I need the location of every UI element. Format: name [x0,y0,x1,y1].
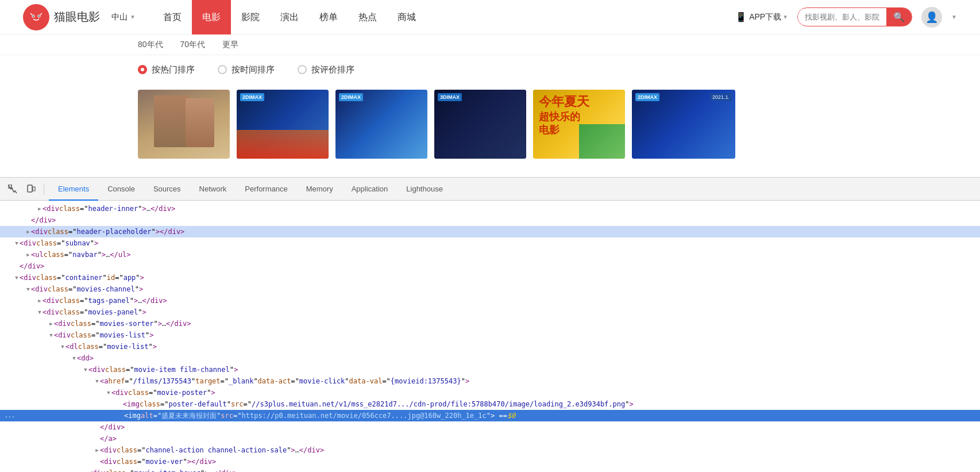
dom-line-1[interactable]: ▶ <div class="header-inner" >…</div> [0,203,980,214]
badge-3dimax: 3DIMAX [438,93,462,101]
tab-sources[interactable]: Sources [144,178,190,201]
dom-line-11[interactable]: ▶ <div class="movies-sorter" >…</div> [0,318,980,329]
dom-line-18[interactable]: <img class="poster-default" src="//s3plu… [0,398,980,410]
movie-card-6[interactable]: 2DIMAX 2021.1. [632,90,735,159]
dom-line-8[interactable]: ▼ <div class="movies-channel" > [0,283,980,295]
sort-by-rating[interactable]: 按评价排序 [298,64,354,75]
badge-2dimax-6: 2DIMAX [635,93,659,101]
dollar-zero: $0 [507,410,515,421]
dom-line-7[interactable]: ▼ <div class="container" id="app" > [0,272,980,283]
devtools-tabs: Elements Console Sources Network Perform… [49,178,452,201]
tab-console[interactable]: Console [98,178,144,201]
nav-ranking[interactable]: 榜单 [309,0,348,34]
user-dropdown-arrow[interactable]: ▼ [951,14,957,20]
sort-by-time[interactable]: 按时间排序 [218,64,275,75]
svg-point-3 [33,15,34,16]
nav-cinema[interactable]: 影院 [231,0,270,34]
devtools-toolbar: Elements Console Sources Network Perform… [0,178,980,201]
dom-line-22[interactable]: ▶ <div class="channel-action channel-act… [0,444,980,456]
logo-icon [23,4,49,30]
top-navbar: 猫眼电影 中山 ▼ 首页 电影 影院 演出 榜单 热点 商城 📱 APP下载 ▼… [0,0,980,34]
nav-home[interactable]: 首页 [153,0,192,34]
svg-point-0 [28,9,44,25]
content-area: 80年代 70年代 更早 按热门排序 按时间排序 按评价排序 [0,34,980,177]
toggle-1[interactable]: ▶ [37,203,43,214]
city-selector[interactable]: 中山 ▼ [111,12,136,22]
svg-rect-7 [33,187,35,191]
search-input[interactable] [798,9,886,25]
dom-line-23[interactable]: <div class="movie-ver" ></div> [0,456,980,467]
dom-line-17[interactable]: ▼ <div class="movie-poster" > [0,387,980,398]
tab-elements[interactable]: Elements [49,178,98,201]
date-badge-6: 2021.1. [710,93,732,101]
main-navigation: 首页 电影 影院 演出 榜单 热点 商城 [153,0,426,34]
logo-area[interactable]: 猫眼电影 [23,4,100,30]
dom-line-12[interactable]: ▼ <div class="movies-list" > [0,329,980,341]
search-box: 🔍 [797,7,912,26]
gutter-1 [5,203,14,214]
app-download[interactable]: 📱 APP下载 ▼ [735,11,788,22]
tab-network[interactable]: Network [190,178,236,201]
dom-line-10[interactable]: ▼ <div class="movies-panel" > [0,306,980,318]
dom-line-15[interactable]: ▼ <div class="movie-item film-channel" > [0,364,980,375]
dom-elements-panel[interactable]: ▶ <div class="header-inner" >…</div> </d… [0,201,980,472]
dom-line-20[interactable]: </div> [0,421,980,433]
decade-80s[interactable]: 80年代 [138,40,163,50]
dom-line-4[interactable]: ▼ <div class="subnav" > [0,237,980,249]
badge-2dimax-3: 2DIMAX [339,93,363,101]
tab-memory[interactable]: Memory [297,178,342,201]
dom-line-14[interactable]: ▼ <dd> [0,352,980,364]
element-picker-button[interactable] [5,181,21,197]
movie-card-5[interactable]: 今年夏天 超快乐的 电影 [533,90,625,159]
device-toggle-button[interactable] [23,181,39,197]
dom-line-19[interactable]: ... <img alt="盛夏未来海报封面" src="https://p0.… [0,410,980,421]
gutter-dot: ... [5,410,15,421]
devtools-panel: Elements Console Sources Network Perform… [0,177,980,472]
movie-card-4[interactable]: 3DIMAX [434,90,526,159]
svg-rect-6 [28,185,32,192]
dom-line-16[interactable]: ▼ <a href="/films/1375543" target="_blan… [0,375,980,387]
toolbar-divider [44,183,44,195]
nav-mall[interactable]: 商城 [387,0,426,34]
dom-line-21[interactable]: </a> [0,433,980,444]
dom-line-3[interactable]: ▶ <div class="header-placeholder" ></div… [0,226,980,237]
dom-line-13[interactable]: ▼ <dl class="movie-list" > [0,341,980,352]
nav-hot[interactable]: 热点 [348,0,387,34]
movie-card-1[interactable] [138,90,230,159]
dom-line-9[interactable]: ▶ <div class="tags-panel" >…</div> [0,295,980,306]
svg-point-4 [38,15,40,16]
dom-line-5[interactable]: ▶ <ul class="navbar" >…</ul> [0,249,980,260]
sort-time-radio[interactable] [218,65,227,74]
user-avatar[interactable]: 👤 [921,7,942,28]
sort-by-hot[interactable]: 按热门排序 [138,64,195,75]
badge-2dimax-2: 2DIMAX [240,93,264,101]
dom-line-2[interactable]: </div> [0,214,980,226]
tab-lighthouse[interactable]: Lighthouse [397,178,452,201]
sort-hot-radio[interactable] [138,65,147,74]
decade-earlier[interactable]: 更早 [222,40,238,50]
movie-card-2[interactable]: 2DIMAX [237,90,329,159]
dom-line-6[interactable]: </div> [0,260,980,272]
logo-text: 猫眼电影 [54,9,100,25]
sort-options-bar: 按热门排序 按时间排序 按评价排序 [0,55,980,84]
nav-performance[interactable]: 演出 [270,0,309,34]
movie-card-3[interactable]: 2DIMAX [335,90,427,159]
movie-strip: 2DIMAX 2DIMAX 3DIMAX 今年夏天 超快乐的 电影 [0,84,980,164]
search-button[interactable]: 🔍 [886,8,912,26]
decade-70s[interactable]: 70年代 [180,40,206,50]
right-area: 📱 APP下载 ▼ 🔍 👤 ▼ [735,7,957,28]
dom-line-24[interactable]: ▶ <div class="movie-item-hover" >…</div> [0,467,980,472]
sort-rating-radio[interactable] [298,65,307,74]
city-dropdown-arrow: ▼ [130,14,136,20]
tab-performance[interactable]: Performance [236,178,296,201]
tab-application[interactable]: Application [342,178,398,201]
nav-movie[interactable]: 电影 [192,0,231,34]
decade-bar: 80年代 70年代 更早 [0,34,980,55]
